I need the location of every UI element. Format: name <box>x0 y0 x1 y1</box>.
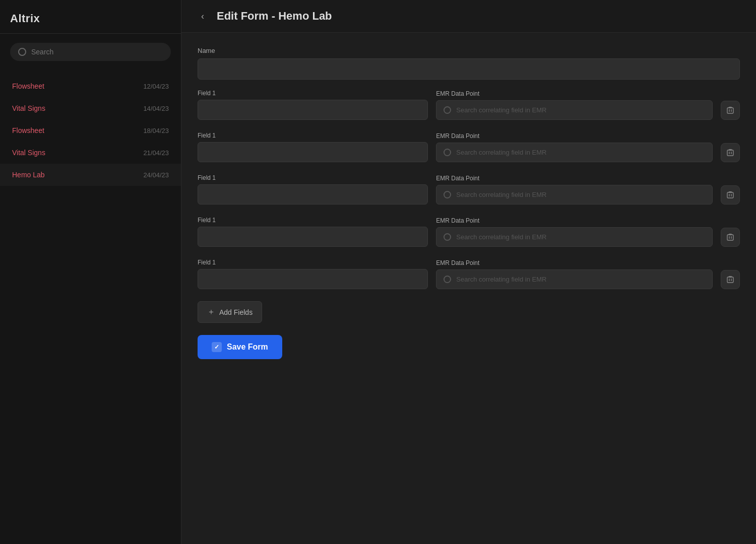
delete-icon <box>727 234 734 241</box>
emr-label: EMR Data Point <box>436 90 713 97</box>
emr-input-wrapper[interactable]: Search correlating field in EMR <box>436 185 713 205</box>
field-input-3[interactable] <box>198 227 428 247</box>
field-col: Field 1 <box>198 90 428 120</box>
emr-input-wrapper[interactable]: Search correlating field in EMR <box>436 227 713 247</box>
main-panel: ‹ Edit Form - Hemo Lab Name Field 1 EMR … <box>181 0 756 544</box>
page-title: Edit Form - Hemo Lab <box>217 10 332 23</box>
add-fields-button[interactable]: ＋ Add Fields <box>198 301 262 323</box>
field-row: Field 1 EMR Data Point Search correlatin… <box>198 90 740 120</box>
check-icon: ✓ <box>212 342 222 352</box>
field-col: Field 1 <box>198 259 428 289</box>
emr-label: EMR Data Point <box>436 259 713 266</box>
delete-icon <box>727 149 734 156</box>
add-fields-label: Add Fields <box>219 308 253 316</box>
sidebar-item-date: 18/04/23 <box>143 127 169 134</box>
field-label: Field 1 <box>198 259 428 266</box>
sidebar-item-date: 14/04/23 <box>143 105 169 112</box>
emr-col: EMR Data Point Search correlating field … <box>436 132 713 162</box>
sidebar-item-name: Vital Signs <box>12 104 45 112</box>
sidebar-item-date: 21/04/23 <box>143 149 169 157</box>
delete-field-button[interactable] <box>721 270 740 289</box>
save-form-button[interactable]: ✓ Save Form <box>198 335 282 359</box>
search-label: Search <box>31 48 53 56</box>
sidebar-item-name: Hemo Lab <box>12 171 45 179</box>
sidebar-item[interactable]: Vital Signs 21/04/23 <box>0 142 181 164</box>
sidebar: Altrix Search Flowsheet 12/04/23 Vital S… <box>0 0 181 544</box>
name-input[interactable] <box>198 58 740 80</box>
sidebar-item-name: Vital Signs <box>12 149 45 157</box>
delete-icon <box>727 191 734 198</box>
name-section: Name <box>198 47 740 80</box>
delete-field-button[interactable] <box>721 228 740 247</box>
sidebar-item-name: Flowsheet <box>12 82 44 90</box>
field-input-0[interactable] <box>198 100 428 120</box>
emr-circle-icon <box>444 149 451 156</box>
sidebar-item[interactable]: Flowsheet 18/04/23 <box>0 119 181 142</box>
emr-circle-icon <box>444 276 451 283</box>
emr-input-wrapper[interactable]: Search correlating field in EMR <box>436 269 713 289</box>
svg-rect-12 <box>727 235 733 240</box>
delete-icon <box>727 107 734 114</box>
field-col: Field 1 <box>198 174 428 205</box>
emr-input-wrapper[interactable]: Search correlating field in EMR <box>436 100 713 120</box>
sidebar-item[interactable]: Flowsheet 12/04/23 <box>0 75 181 97</box>
emr-label: EMR Data Point <box>436 175 713 182</box>
field-row: Field 1 EMR Data Point Search correlatin… <box>198 259 740 289</box>
emr-col: EMR Data Point Search correlating field … <box>436 217 713 247</box>
svg-rect-16 <box>727 277 733 283</box>
emr-circle-icon <box>444 191 451 198</box>
field-row: Field 1 EMR Data Point Search correlatin… <box>198 174 740 205</box>
svg-rect-4 <box>727 150 733 156</box>
emr-circle-icon <box>444 233 451 241</box>
field-input-2[interactable] <box>198 184 428 205</box>
emr-placeholder: Search correlating field in EMR <box>456 233 546 241</box>
field-input-1[interactable] <box>198 142 428 162</box>
emr-circle-icon <box>444 106 451 114</box>
emr-placeholder: Search correlating field in EMR <box>456 149 546 156</box>
delete-field-button[interactable] <box>721 185 740 205</box>
emr-placeholder: Search correlating field in EMR <box>456 191 546 198</box>
field-label: Field 1 <box>198 174 428 181</box>
name-label: Name <box>198 47 740 54</box>
field-col: Field 1 <box>198 132 428 162</box>
emr-label: EMR Data Point <box>436 217 713 224</box>
svg-rect-0 <box>727 108 733 113</box>
sidebar-item-date: 12/04/23 <box>143 83 169 90</box>
emr-col: EMR Data Point Search correlating field … <box>436 175 713 205</box>
save-label: Save Form <box>227 343 268 352</box>
field-label: Field 1 <box>198 90 428 97</box>
search-bar[interactable]: Search <box>10 43 171 61</box>
field-label: Field 1 <box>198 132 428 139</box>
main-header: ‹ Edit Form - Hemo Lab <box>181 0 756 33</box>
field-row: Field 1 EMR Data Point Search correlatin… <box>198 217 740 247</box>
field-col: Field 1 <box>198 217 428 247</box>
emr-input-wrapper[interactable]: Search correlating field in EMR <box>436 143 713 162</box>
sidebar-header: Altrix <box>0 0 181 34</box>
emr-placeholder: Search correlating field in EMR <box>456 276 546 283</box>
emr-col: EMR Data Point Search correlating field … <box>436 90 713 120</box>
sidebar-item[interactable]: Vital Signs 14/04/23 <box>0 97 181 119</box>
back-button[interactable]: ‹ <box>196 9 210 23</box>
svg-rect-8 <box>727 192 733 198</box>
form-container: Name Field 1 EMR Data Point Search corre… <box>181 33 756 544</box>
app-title: Altrix <box>10 12 40 25</box>
emr-col: EMR Data Point Search correlating field … <box>436 259 713 289</box>
sidebar-item-date: 24/04/23 <box>143 171 169 179</box>
field-input-4[interactable] <box>198 269 428 289</box>
delete-field-button[interactable] <box>721 101 740 120</box>
sidebar-item-name: Flowsheet <box>12 126 44 134</box>
field-row: Field 1 EMR Data Point Search correlatin… <box>198 132 740 162</box>
plus-icon: ＋ <box>207 307 215 317</box>
field-label: Field 1 <box>198 217 428 224</box>
delete-icon <box>727 276 734 283</box>
sidebar-list: Flowsheet 12/04/23 Vital Signs 14/04/23 … <box>0 70 181 544</box>
emr-label: EMR Data Point <box>436 132 713 140</box>
search-icon <box>18 48 26 56</box>
emr-placeholder: Search correlating field in EMR <box>456 106 546 114</box>
sidebar-item[interactable]: Hemo Lab 24/04/23 <box>0 164 181 186</box>
field-rows: Field 1 EMR Data Point Search correlatin… <box>198 90 740 289</box>
delete-field-button[interactable] <box>721 143 740 162</box>
